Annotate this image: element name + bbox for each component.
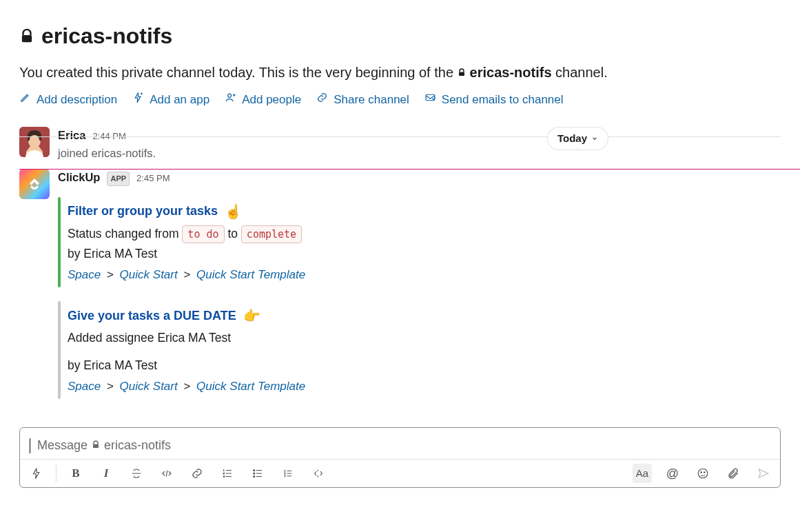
attachment-line: Added assignee Erica MA Test bbox=[68, 329, 771, 347]
svg-point-10 bbox=[701, 472, 702, 473]
attachment-title[interactable]: Filter or group your tasks ☝️ bbox=[68, 201, 242, 222]
pencil-icon bbox=[19, 91, 31, 109]
attach-button[interactable] bbox=[724, 464, 743, 483]
send-button[interactable] bbox=[754, 464, 773, 483]
svg-point-7 bbox=[254, 473, 255, 474]
avatar[interactable] bbox=[19, 127, 50, 157]
italic-button[interactable]: I bbox=[96, 464, 116, 483]
strikethrough-button[interactable] bbox=[127, 464, 146, 483]
chevron-down-icon bbox=[591, 131, 598, 147]
add-app-button[interactable]: Add an app bbox=[132, 91, 209, 109]
share-channel-button[interactable]: Share channel bbox=[316, 91, 409, 109]
link-button[interactable] bbox=[187, 464, 207, 483]
system-text: joined ericas-notifs. bbox=[58, 145, 781, 162]
bulleted-list-button[interactable] bbox=[248, 464, 267, 483]
svg-point-6 bbox=[254, 470, 255, 471]
breadcrumb-link[interactable]: Quick Start Template bbox=[196, 268, 305, 281]
channel-actions: Add description Add an app Add people Sh… bbox=[19, 91, 781, 109]
timestamp: 2:45 PM bbox=[136, 172, 170, 185]
svg-point-8 bbox=[254, 476, 255, 478]
blockquote-button[interactable] bbox=[278, 464, 298, 483]
status-pill-from: to do bbox=[182, 225, 224, 244]
channel-title: ericas-notifs bbox=[19, 19, 781, 52]
avatar[interactable] bbox=[19, 169, 50, 199]
breadcrumb-link[interactable]: Space bbox=[68, 268, 101, 281]
person-plus-icon bbox=[225, 91, 236, 109]
sender-name[interactable]: Erica bbox=[58, 127, 85, 144]
svg-rect-0 bbox=[22, 35, 32, 42]
composer-input[interactable]: Message ericas-notifs bbox=[20, 428, 780, 459]
link-icon bbox=[316, 91, 328, 109]
code-block-button[interactable] bbox=[309, 464, 328, 483]
breadcrumb: Space > Quick Start > Quick Start Templa… bbox=[68, 266, 771, 284]
sender-name[interactable]: ClickUp bbox=[58, 169, 100, 186]
lightning-plus-icon bbox=[132, 91, 144, 109]
svg-point-2 bbox=[228, 94, 232, 97]
message-clickup: ClickUp APP 2:45 PM Filter or group your… bbox=[19, 169, 781, 410]
lock-icon bbox=[458, 68, 466, 77]
status-pill-to: complete bbox=[241, 225, 302, 244]
channel-name: ericas-notifs bbox=[41, 19, 172, 52]
byline: by Erica MA Test bbox=[68, 356, 771, 374]
byline: by Erica MA Test bbox=[68, 245, 771, 263]
composer-toolbar: B I Aa @ bbox=[20, 459, 780, 487]
envelope-check-icon bbox=[424, 91, 436, 109]
breadcrumb-link[interactable]: Quick Start Template bbox=[196, 380, 305, 393]
date-chip[interactable]: Today bbox=[547, 127, 608, 151]
svg-rect-1 bbox=[459, 72, 464, 76]
add-people-button[interactable]: Add people bbox=[225, 91, 301, 109]
ordered-list-button[interactable] bbox=[218, 464, 237, 483]
breadcrumb-link[interactable]: Space bbox=[68, 380, 101, 393]
app-badge: APP bbox=[107, 172, 130, 186]
send-emails-button[interactable]: Send emails to channel bbox=[424, 91, 564, 109]
message-join: Erica 2:44 PM joined ericas-notifs. bbox=[19, 127, 781, 163]
bold-button[interactable]: B bbox=[66, 464, 85, 483]
message-composer: Message ericas-notifs B I Aa @ bbox=[19, 427, 781, 488]
formatting-toggle-button[interactable]: Aa bbox=[633, 464, 652, 483]
mention-button[interactable]: @ bbox=[663, 464, 682, 483]
attachment: Give your tasks a DUE DATE 👉 Added assig… bbox=[58, 298, 781, 402]
channel-view: ericas-notifs You created this private c… bbox=[0, 0, 800, 503]
shortcuts-button[interactable] bbox=[27, 464, 57, 483]
emoji-button[interactable] bbox=[693, 464, 712, 483]
svg-point-9 bbox=[698, 469, 708, 478]
add-description-button[interactable]: Add description bbox=[19, 91, 117, 109]
breadcrumb-link[interactable]: Quick Start bbox=[120, 268, 178, 281]
lock-icon bbox=[92, 436, 100, 455]
svg-point-11 bbox=[704, 472, 706, 473]
point-right-icon: 👉 bbox=[243, 305, 260, 326]
channel-intro: You created this private channel today. … bbox=[19, 62, 781, 83]
attachment-title[interactable]: Give your tasks a DUE DATE 👉 bbox=[68, 305, 260, 326]
breadcrumb-link[interactable]: Quick Start bbox=[120, 380, 178, 393]
channel-ref: ericas-notifs bbox=[458, 62, 552, 83]
attachment: Filter or group your tasks ☝️ Status cha… bbox=[58, 194, 781, 290]
svg-rect-5 bbox=[93, 444, 99, 449]
code-button[interactable] bbox=[157, 464, 176, 483]
breadcrumb: Space > Quick Start > Quick Start Templa… bbox=[68, 378, 771, 396]
attachment-line: Status changed from to do to complete bbox=[68, 225, 771, 244]
lock-icon bbox=[19, 28, 34, 44]
point-up-icon: ☝️ bbox=[225, 201, 242, 222]
text-cursor bbox=[30, 438, 30, 453]
